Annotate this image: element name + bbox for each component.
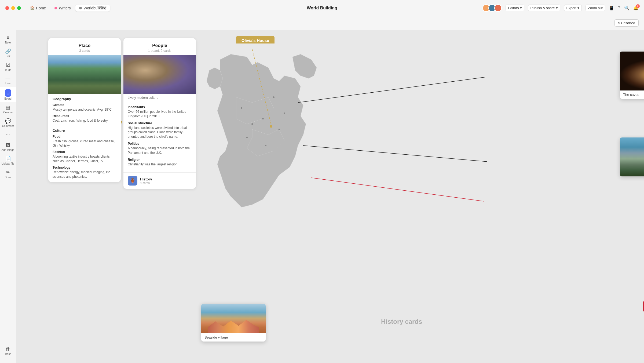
history-info: History 4 cards: [140, 177, 152, 184]
sidebar-todo-label: To-do: [5, 68, 11, 71]
sort-button[interactable]: 5 Unsorted: [614, 19, 639, 27]
place-image: [48, 55, 121, 94]
climate-label: Climate: [53, 103, 116, 107]
cliff-card[interactable]: [620, 137, 644, 176]
sidebar-item-comment[interactable]: 💬 Comment: [0, 116, 16, 130]
religion-text: Christianity was the largest religion.: [128, 162, 192, 167]
more-icon: ···: [6, 132, 10, 137]
window-title: World Building: [307, 6, 337, 10]
editors-label: Editors: [508, 6, 519, 10]
history-row[interactable]: 🏺 History 4 cards: [123, 172, 196, 189]
sidebar-link-label: Link: [5, 55, 10, 58]
map-container: Olivia's House The caves: [199, 30, 644, 363]
people-item-religion: Religion Christianity was the largest re…: [128, 158, 192, 167]
saved-indicator: Saved: [97, 5, 107, 9]
zoom-label: Zoom out: [588, 6, 603, 10]
home-icon: 🏠: [30, 6, 34, 10]
inhabitants-label: Inhabitants: [128, 105, 192, 109]
seaside-card[interactable]: Seaside village: [201, 304, 266, 342]
history-icon-glyph: 🏺: [130, 178, 136, 184]
upload-icon: 📄: [5, 156, 11, 162]
sidebar-note-label: Note: [5, 41, 11, 44]
tab-writers[interactable]: Writers: [51, 5, 74, 12]
maximize-button[interactable]: [17, 6, 21, 10]
people-card: People 1 board, 2 cards Lively modern cu…: [123, 38, 196, 189]
sidebar-line-label: Line: [5, 82, 10, 85]
device-icon: 📱: [609, 5, 614, 10]
caves-label: The caves: [620, 90, 644, 99]
svg-point-8: [246, 137, 248, 138]
place-card: Place 3 cards Geography Climate Mostly t…: [48, 38, 121, 182]
sidebar-item-line[interactable]: — Line: [0, 74, 16, 87]
people-section: Inhabitants Over 66 million people lived…: [123, 102, 196, 172]
people-item-social: Social structure Highland societies were…: [128, 121, 192, 139]
sidebar-item-board[interactable]: ⊞ Board: [0, 87, 16, 102]
export-button[interactable]: Export ▾: [564, 5, 582, 11]
publish-label: Publish & share: [530, 6, 555, 10]
sidebar-addimage-label: Add image: [2, 148, 14, 151]
inhabitants-text: Over 66 million people lived in the Unit…: [128, 110, 192, 119]
svg-point-12: [241, 107, 242, 109]
svg-point-9: [265, 145, 266, 146]
place-card-header: Place 3 cards: [48, 38, 121, 55]
politics-text: A democracy, being represented in both t…: [128, 146, 192, 155]
geography-heading: Geography: [53, 97, 116, 101]
politics-label: Politics: [128, 142, 192, 146]
culture-heading: Culture: [53, 129, 116, 133]
food-text: Fresh fish, grouse, cured meat and chees…: [53, 139, 116, 148]
sidebar-item-trash[interactable]: 🗑 Trash: [0, 344, 16, 358]
svg-point-11: [284, 112, 285, 114]
sidebar-item-link[interactable]: 🔗 Link: [0, 46, 16, 60]
editors-chevron: ▾: [520, 6, 522, 10]
history-icon: 🏺: [128, 176, 137, 186]
people-title: People: [128, 43, 192, 48]
climate-text: Mostly temperate and oceanic. Avg. 18°C: [53, 107, 116, 112]
close-button[interactable]: [5, 6, 9, 10]
people-sub: 1 board, 2 cards: [128, 49, 192, 53]
religion-label: Religion: [128, 158, 192, 162]
sidebar-item-column[interactable]: ▤ Column: [0, 102, 16, 116]
history-count: 4 cards: [140, 181, 152, 184]
avatar-group: [484, 4, 502, 12]
notification-icon[interactable]: 🔔 0: [633, 5, 639, 10]
sidebar-item-more[interactable]: ···: [0, 130, 16, 140]
world-dot: [79, 7, 82, 9]
sidebar-item-note[interactable]: ≡ Note: [0, 33, 16, 46]
search-icon[interactable]: 🔍: [624, 5, 630, 10]
help-icon[interactable]: ?: [618, 6, 620, 10]
sidebar-comment-label: Comment: [2, 125, 14, 128]
sidebar-board-label: Board: [4, 97, 12, 100]
sidebar-item-addimage[interactable]: 🖼 Add image: [0, 140, 16, 154]
second-bar: 5 Unsorted: [0, 16, 644, 30]
place-body: Geography Climate Mostly temperate and o…: [48, 94, 121, 182]
note-icon: ≡: [6, 35, 9, 41]
top-bar: 🏠 Home Writers Worldbuilding Saved World…: [0, 0, 644, 16]
link-icon: 🔗: [5, 48, 11, 54]
zoom-button[interactable]: Zoom out: [586, 5, 605, 11]
sidebar-item-draw[interactable]: ✏ Draw: [0, 167, 16, 181]
sidebar-item-todo[interactable]: ☑ To-do: [0, 60, 16, 74]
addimage-icon: 🖼: [6, 142, 10, 148]
publish-button[interactable]: Publish & share ▾: [528, 5, 560, 11]
canvas[interactable]: Place 3 cards Geography Climate Mostly t…: [16, 30, 644, 363]
top-right-controls: Editors ▾ Publish & share ▾ Export ▾ Zoo…: [484, 4, 639, 12]
place-sub: 3 cards: [53, 49, 116, 53]
writers-dot: [54, 7, 57, 9]
tab-home[interactable]: 🏠 Home: [26, 5, 50, 12]
tab-home-label: Home: [36, 6, 46, 10]
traffic-lights: [5, 6, 21, 10]
cliff-image: [620, 137, 644, 176]
minimize-button[interactable]: [11, 6, 15, 10]
column-icon: ▤: [6, 104, 10, 110]
caves-card[interactable]: The caves: [620, 52, 644, 99]
sidebar-upload-label: Upload file: [2, 162, 14, 165]
sidebar-item-upload[interactable]: 📄 Upload file: [0, 154, 16, 167]
divider-1: [53, 126, 116, 126]
comment-icon: 💬: [5, 118, 11, 124]
tab-writers-label: Writers: [59, 6, 71, 10]
notification-count: 0: [636, 4, 640, 8]
seaside-label: Seaside village: [201, 333, 266, 342]
editors-button[interactable]: Editors ▾: [506, 5, 524, 11]
svg-point-6: [251, 123, 253, 125]
history-cards-label: History cards: [381, 318, 422, 325]
